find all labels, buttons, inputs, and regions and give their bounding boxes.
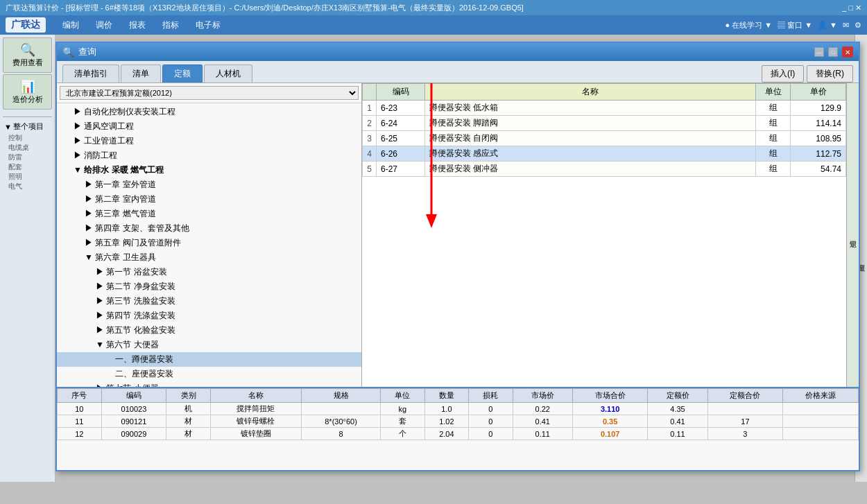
tree-item-plumbing[interactable]: ▼ 给排水 采暖 燃气工程 <box>57 163 361 177</box>
bt-qty: 2.04 <box>424 428 469 440</box>
menu-bar: 广联达 编制 调价 报表 指标 电子标 ● 在线学习 ▼ ▤ 窗口 ▼ 👤 ▼ … <box>0 15 867 35</box>
tree-item-sec6[interactable]: ▼ 第六节 大便器 <box>57 338 361 352</box>
replace-btn[interactable]: 替换(R) <box>807 65 853 82</box>
tree-item-sec1[interactable]: ▶ 第一节 浴盆安装 <box>57 265 361 279</box>
tree-item-ch2[interactable]: ▶ 第二章 室内管道 <box>57 192 361 207</box>
tree-item-sec4[interactable]: ▶ 第四节 洗涤盆安装 <box>57 309 361 323</box>
dialog-title-text: 🔍 查询 <box>62 46 96 58</box>
tree-content: ▶ 自动化控制仪表安装工程 ▶ 通风空调工程 ▶ 工业管道工程 ▶ 消防工程 ▼… <box>57 103 361 387</box>
right-side-panel: 锁定 <box>846 83 859 387</box>
tab-list[interactable]: 清单 <box>121 64 161 82</box>
tree-item-industrial-pipe[interactable]: ▶ 工业管道工程 <box>57 134 361 148</box>
menu-item-adjust[interactable]: 调价 <box>87 17 121 34</box>
message-icon[interactable]: ✉ <box>843 21 849 30</box>
tree-item-hvac[interactable]: ▶ 通风空调工程 <box>57 119 361 134</box>
tab-quota[interactable]: 定额 <box>162 64 203 82</box>
table-row[interactable]: 5 6-27 蹲便器安装 侧冲器 组 54.74 <box>363 162 846 177</box>
dialog-minimize-btn[interactable]: — <box>814 47 824 57</box>
tab-labor-material[interactable]: 人材机 <box>204 64 252 82</box>
dialog-close-btn[interactable]: ✕ <box>842 46 853 58</box>
tree-item-ch1[interactable]: ▶ 第一章 室外管道 <box>57 177 361 192</box>
online-study[interactable]: ● 在线学习 ▼ <box>725 20 772 31</box>
window-menu[interactable]: ▤ 窗口 ▼ <box>778 20 812 31</box>
col-name: 名称 <box>425 84 756 101</box>
btcol-loss: 损耗 <box>469 389 513 403</box>
left-toolbar: 🔍 费用查看 📊 造价分析 ▼ 整个项目 控制 电缆桌 防雷 配套 照明 电气 <box>0 35 55 482</box>
tree-item-sitting-toilet[interactable]: 二、座便器安装 <box>57 367 361 381</box>
menu-item-electronic[interactable]: 电子标 <box>187 17 229 34</box>
sub-item-config[interactable]: 配套 <box>3 162 52 172</box>
btcol-qty: 数量 <box>424 389 469 403</box>
settings-icon[interactable]: ⚙ <box>855 21 861 30</box>
bt-market-price: 0.41 <box>513 415 572 428</box>
tree-item-sec3[interactable]: ▶ 第三节 洗脸盆安装 <box>57 294 361 309</box>
table-row[interactable]: 4 6-26 蹲便器安装 感应式 组 112.75 <box>363 146 846 162</box>
bottom-table-row[interactable]: 11 090121 材 镀锌母螺栓 8*(30°60) 套 1.02 0 0.4… <box>58 415 859 428</box>
bt-spec: 8*(30°60) <box>302 415 381 428</box>
row-price: 129.9 <box>791 101 846 116</box>
bt-loss: 0 <box>469 428 513 440</box>
table-row[interactable]: 2 6-24 蹲便器安装 脚踏阀 组 114.14 <box>363 116 846 131</box>
user-icon[interactable]: 👤 ▼ <box>818 21 837 30</box>
sub-item-lighting[interactable]: 照明 <box>3 172 52 182</box>
menu-right: ● 在线学习 ▼ ▤ 窗口 ▼ 👤 ▼ ✉ ⚙ <box>725 20 861 31</box>
menu-item-edit[interactable]: 编制 <box>54 17 87 34</box>
row-code: 6-25 <box>377 131 425 146</box>
sub-item-control[interactable]: 控制 <box>3 133 52 143</box>
table-row[interactable]: 3 6-25 蹲便器安装 自闭阀 组 108.95 <box>363 131 846 146</box>
tab-list-guide[interactable]: 清单指引 <box>62 64 119 82</box>
row-code: 6-23 <box>377 101 425 116</box>
btcol-unit: 单位 <box>381 389 425 403</box>
tree-item-sec5[interactable]: ▶ 第五节 化验盆安装 <box>57 323 361 338</box>
sub-item-lightning[interactable]: 防雷 <box>3 153 52 162</box>
btcol-num: 序号 <box>58 389 102 403</box>
main-content: 🔍 费用查看 📊 造价分析 ▼ 整个项目 控制 电缆桌 防雷 配套 照明 电气 … <box>0 35 867 482</box>
cost-analysis-btn[interactable]: 📊 造价分析 <box>3 74 52 110</box>
insert-btn[interactable]: 插入(I) <box>762 65 804 82</box>
btcol-name: 名称 <box>210 389 301 403</box>
row-num: 1 <box>363 101 377 116</box>
bt-def-price: 0.41 <box>648 415 707 428</box>
btcol-def-total: 定额合价 <box>707 389 783 403</box>
bt-def-total: 3 <box>707 428 783 440</box>
row-price: 112.75 <box>791 146 846 162</box>
tree-item-ch6[interactable]: ▼ 第六章 卫生器具 <box>57 250 361 265</box>
tree-item-ch3[interactable]: ▶ 第三章 燃气管道 <box>57 207 361 221</box>
tree-item-sec7[interactable]: ▶ 第七节 小便器 <box>57 381 361 387</box>
cost-view-btn[interactable]: 🔍 费用查看 <box>3 37 52 73</box>
bt-code: 010023 <box>101 403 166 415</box>
tree-item-ch5[interactable]: ▶ 第五章 阀门及管道附件 <box>57 236 361 250</box>
bt-def-price: 0.11 <box>648 428 707 440</box>
row-num: 3 <box>363 131 377 146</box>
sub-item-electric[interactable]: 电气 <box>3 182 52 191</box>
tree-item-ch4[interactable]: ▶ 第四章 支架、套管及其他 <box>57 221 361 236</box>
tree-item-squat-toilet[interactable]: 一、蹲便器安装 <box>57 352 361 367</box>
dialog-controls: — □ ✕ <box>814 46 853 58</box>
bottom-table-row[interactable]: 10 010023 机 搅拌筒扭矩 kg 1.0 0 0.22 3.110 4.… <box>58 403 859 415</box>
bt-market-price: 0.22 <box>513 403 572 415</box>
btcol-def-price: 定额价 <box>648 389 707 403</box>
bt-qty: 1.02 <box>424 415 469 428</box>
title-controls: _ □ ✕ <box>842 3 861 12</box>
bt-unit: 个 <box>381 428 425 440</box>
project-root[interactable]: ▼ 整个项目 <box>3 120 52 133</box>
sub-item-cable[interactable]: 电缆桌 <box>3 143 52 153</box>
quota-library-select[interactable]: 北京市建设工程预算定额(2012) <box>60 86 359 100</box>
row-code: 6-27 <box>377 162 425 177</box>
tree-item-fire[interactable]: ▶ 消防工程 <box>57 148 361 163</box>
menu-item-index[interactable]: 指标 <box>154 17 187 34</box>
row-num: 5 <box>363 162 377 177</box>
dialog-maximize-btn[interactable]: □ <box>828 47 838 57</box>
bt-price-source <box>783 428 859 440</box>
row-price: 114.14 <box>791 116 846 131</box>
bottom-table-row[interactable]: 12 090029 材 镀锌垫圈 8 个 2.04 0 0.11 0.107 0… <box>58 428 859 440</box>
app-logo: 广联达 <box>6 17 46 33</box>
bt-name: 搅拌筒扭矩 <box>210 403 301 415</box>
tree-item-automation[interactable]: ▶ 自动化控制仪表安装工程 <box>57 105 361 119</box>
tree-item-sec2[interactable]: ▶ 第二节 净身盆安装 <box>57 279 361 294</box>
row-name: 蹲便器安装 低水箱 <box>425 101 756 116</box>
menu-item-report[interactable]: 报表 <box>121 17 154 34</box>
bt-loss: 0 <box>469 415 513 428</box>
table-row[interactable]: 1 6-23 蹲便器安装 低水箱 组 129.9 <box>363 101 846 116</box>
title-text: 广联达预算计价 - [报标管理 - 6#楼等18项（X13R2地块居住项目）- … <box>6 3 524 13</box>
